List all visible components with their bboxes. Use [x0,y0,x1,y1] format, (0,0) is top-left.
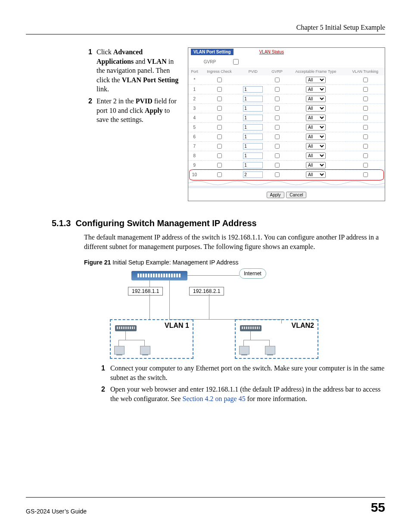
pvid-input[interactable] [243,134,263,140]
vlan-trunking-checkbox[interactable] [363,144,368,149]
vlan-trunking-checkbox[interactable] [363,87,368,92]
pvid-input[interactable] [243,143,263,149]
frame-type-select[interactable]: All [306,105,326,112]
figure-caption: Figure 21 Initial Setup Example: Managem… [84,259,385,266]
ingress-check-checkbox[interactable] [217,134,222,139]
gvrp-row-checkbox[interactable] [275,78,280,82]
vlan-trunking-checkbox[interactable] [363,78,368,82]
table-row: 2 All [188,94,385,104]
instruction-step: 2Enter 2 in the PVID field for port 10 a… [86,96,180,124]
pc-icon [265,346,275,355]
frame-type-select[interactable]: All [306,96,326,102]
port-cell: 7 [188,142,201,151]
gvrp-row-checkbox[interactable] [275,163,280,168]
column-header: VLAN Trunking [346,68,385,75]
page-number: 55 [371,500,385,515]
vlan-trunking-checkbox[interactable] [363,172,368,177]
pc-icon [114,346,125,355]
vlan-trunking-checkbox[interactable] [363,134,368,139]
ingress-check-checkbox[interactable] [217,172,222,177]
frame-type-select[interactable]: All [306,86,326,93]
vlan-status-link[interactable]: VLAN Status [259,50,284,54]
step-text: Enter 2 in the PVID field for port 10 an… [97,96,180,124]
vlan-trunking-checkbox[interactable] [363,153,368,158]
figure-label: Figure 21 [84,259,111,266]
apply-button[interactable]: Apply [267,192,284,198]
footer-guide-title: GS-2024 User’s Guide [26,508,87,515]
column-header: Port [188,68,201,75]
port-cell: 6 [188,132,201,142]
frame-type-select[interactable]: All [306,162,326,168]
port-cell: 3 [188,104,201,113]
frame-type-select[interactable]: All [306,143,326,149]
ingress-check-checkbox[interactable] [217,153,222,158]
pvid-input[interactable] [243,96,263,102]
pvid-input[interactable] [243,152,263,159]
vlan-trunking-checkbox[interactable] [363,125,368,130]
gvrp-row-checkbox[interactable] [275,106,280,111]
column-header: GVRP [268,68,286,75]
pvid-input[interactable] [243,105,263,112]
step-text: Click Advanced Applications and VLAN in … [97,47,180,94]
step-number: 1 [99,364,105,382]
ingress-check-checkbox[interactable] [217,78,222,82]
internet-cloud: Internet [239,268,266,279]
main-switch-icon [131,271,187,280]
table-row: 8 All [188,151,385,161]
gvrp-row-checkbox[interactable] [275,96,280,101]
column-header: Acceptable Frame Type [286,68,346,75]
vlan-trunking-checkbox[interactable] [363,96,368,101]
gvrp-row-checkbox[interactable] [275,144,280,149]
screenshot-title: VLAN Port Setting [191,49,234,55]
ingress-check-checkbox[interactable] [217,115,222,120]
gvrp-row-checkbox[interactable] [275,172,280,177]
frame-type-select[interactable]: All [306,152,326,159]
vlan-trunking-checkbox[interactable] [363,106,368,111]
ingress-check-checkbox[interactable] [217,106,222,111]
table-row: 5 All [188,123,385,132]
port-cell: 5 [188,123,201,132]
pvid-input[interactable] [243,162,263,168]
instruction-list-a: 1Click Advanced Applications and VLAN in… [86,47,180,124]
pc-icon [140,346,150,355]
vlan-port-setting-screenshot: VLAN Port Setting VLAN Status GVRP PortI… [188,47,385,201]
frame-type-select[interactable]: All [306,171,326,178]
table-row: 1 All [188,85,385,94]
step-text: Open your web browser and enter 192.168.… [110,385,385,403]
pvid-input[interactable] [243,86,263,93]
step-number: 2 [99,385,105,403]
frame-type-select[interactable]: All [306,134,326,140]
frame-type-select[interactable]: All [306,124,326,131]
table-row: 10 All [188,170,385,180]
pvid-input[interactable] [243,124,263,131]
frame-type-select[interactable]: All [306,115,326,121]
table-row: * All [188,75,385,85]
ingress-check-checkbox[interactable] [217,125,222,130]
pvid-input[interactable] [243,171,263,178]
network-diagram: Internet 192.168.1.1 192.168.2.1 VLAN 1 … [110,268,321,360]
ingress-check-checkbox[interactable] [217,163,222,168]
step-number: 1 [86,47,92,94]
table-row: 4 All [188,113,385,123]
ingress-check-checkbox[interactable] [217,96,222,101]
pvid-input[interactable] [243,115,263,121]
vlan1-box: VLAN 1 [110,319,193,359]
gvrp-row-checkbox[interactable] [275,125,280,130]
ingress-check-checkbox[interactable] [217,87,222,92]
gvrp-row-checkbox[interactable] [275,87,280,92]
ip-label-1: 192.168.1.1 [128,287,163,296]
gvrp-global-checkbox[interactable] [233,59,239,65]
gvrp-row-checkbox[interactable] [275,134,280,139]
gvrp-row-checkbox[interactable] [275,153,280,158]
gvrp-row-checkbox[interactable] [275,115,280,120]
instruction-list-b: 1Connect your computer to any Ethernet p… [99,364,385,403]
ingress-check-checkbox[interactable] [217,144,222,149]
cancel-button[interactable]: Cancel [286,192,306,198]
section-title: Configuring Switch Management IP Address [76,218,257,228]
section-heading: 5.1.3 Configuring Switch Management IP A… [52,218,385,228]
vlan-trunking-checkbox[interactable] [363,163,368,168]
table-row: 3 All [188,104,385,113]
frame-type-select[interactable]: All [306,77,326,83]
port-cell: * [188,75,201,85]
vlan-trunking-checkbox[interactable] [363,115,368,120]
